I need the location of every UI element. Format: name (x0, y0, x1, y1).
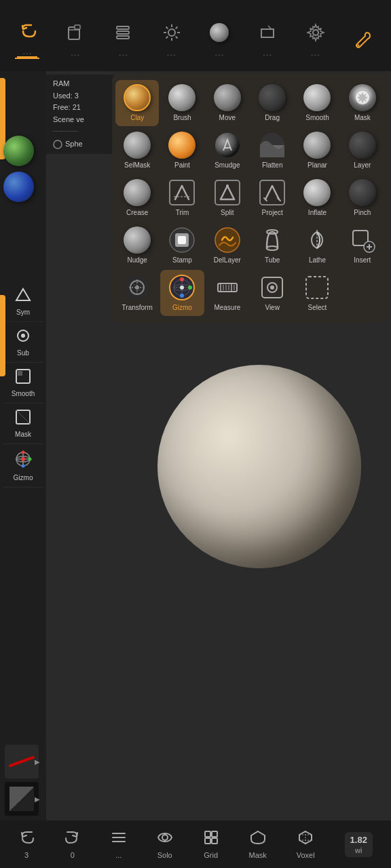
bottom-redo[interactable]: 0 (64, 829, 81, 859)
dellayer-label: DelLayer (214, 256, 241, 264)
tool-select[interactable]: Select (295, 270, 339, 316)
bottom-mask[interactable]: Mask (249, 829, 267, 859)
stroke-line (8, 755, 35, 767)
scene-label: Scene ve (53, 114, 114, 126)
toolbar-undo[interactable]: ... (15, 19, 39, 59)
select-label: Select (308, 304, 327, 312)
grid-label: Grid (204, 851, 218, 859)
tool-dellayer[interactable]: DelLayer (206, 222, 249, 269)
tool-layer[interactable]: Layer (341, 127, 384, 174)
toolbar-files[interactable]: ... (63, 20, 88, 58)
grid-icon (203, 829, 219, 849)
tool-tube[interactable]: Tube (250, 222, 294, 269)
tool-project[interactable]: Project (250, 175, 294, 221)
tool-smooth[interactable]: Smooth (295, 80, 339, 126)
tool-crease[interactable]: Crease (115, 175, 159, 221)
select-icon-wrap (303, 274, 331, 301)
sidebar-mask[interactable]: Mask (3, 403, 43, 444)
toolbar-material[interactable]: ... (207, 20, 231, 58)
svg-point-34 (215, 133, 240, 157)
tool-transform[interactable]: Transform (115, 270, 159, 316)
sidebar-sub[interactable]: Sub (3, 322, 43, 363)
smooth-label: Smooth (12, 390, 35, 397)
crease-label: Crease (126, 209, 148, 217)
dellayer-icon-wrap (214, 226, 241, 254)
files-icon (63, 20, 88, 45)
mask-sphere (349, 84, 376, 111)
toolbar-layers[interactable]: ... (111, 20, 136, 58)
color-swatch-area (3, 136, 34, 202)
tool-drag[interactable]: Drag (250, 80, 294, 126)
tool-nudge[interactable]: Nudge (115, 222, 159, 269)
svg-point-70 (188, 285, 192, 290)
svg-rect-47 (178, 236, 186, 244)
tool-move[interactable]: Move (206, 80, 249, 126)
tool-inflate[interactable]: Inflate (295, 175, 339, 221)
tool-palette: Clay Brush Move Drag Smooth Mask SelMask… (112, 73, 388, 323)
info-panel: RAM Used: 3 Free: 21 Scene ve ----------… (46, 75, 121, 154)
tool-measure[interactable]: Measure (206, 270, 249, 316)
material-icon (207, 20, 231, 45)
tool-insert[interactable]: Insert (341, 222, 384, 269)
bottom-voxel[interactable]: Voxel (297, 829, 315, 859)
used-label: Used: 3 (53, 90, 114, 102)
color-swatch-blue[interactable] (3, 172, 34, 202)
tool-planar[interactable]: Planar (295, 127, 339, 174)
svg-rect-90 (205, 838, 210, 844)
bottom-solo[interactable]: Solo (157, 829, 173, 859)
tool-selmask[interactable]: SelMask (115, 127, 159, 174)
move-label: Move (219, 114, 236, 122)
sidebar-smooth[interactable]: Smooth (3, 363, 43, 403)
tool-smudge[interactable]: Smudge (206, 127, 249, 174)
tool-flatten[interactable]: Flatten (250, 127, 294, 174)
tool-stamp[interactable]: Stamp (160, 222, 204, 269)
color-swatch-green[interactable] (3, 136, 34, 166)
bottom-grid[interactable]: Grid (203, 829, 219, 859)
transform-label: Transform (122, 304, 153, 312)
toolbar-lighting[interactable]: ... (160, 20, 184, 58)
alpha-preview-wrap[interactable]: ▶ (5, 782, 42, 816)
svg-marker-19 (16, 289, 30, 300)
svg-rect-1 (75, 25, 80, 29)
solo-label: Solo (157, 851, 172, 859)
svg-rect-4 (117, 36, 129, 39)
sidebar-sym[interactable]: Sym (3, 281, 43, 322)
palette-empty-slot (341, 270, 384, 316)
inflate-label: Inflate (308, 209, 327, 217)
toolbar-wrench[interactable] (352, 27, 376, 52)
toolbar-settings[interactable]: ... (303, 20, 328, 58)
trim-label: Trim (176, 209, 189, 217)
tool-brush[interactable]: Brush (160, 80, 204, 126)
tool-trim[interactable]: Trim (160, 175, 204, 221)
tool-lathe[interactable]: Lathe (295, 222, 339, 269)
tool-gizmo[interactable]: Gizmo (160, 270, 204, 316)
bottom-wi-value[interactable]: 1.82 wi (345, 832, 373, 857)
svg-point-72 (180, 285, 184, 290)
tool-view[interactable]: View (250, 270, 294, 316)
stroke-preview-wrap[interactable]: ▶ (5, 745, 42, 778)
svg-rect-36 (170, 180, 194, 205)
tool-mask[interactable]: Mask (341, 80, 384, 126)
layer-sphere (349, 132, 376, 159)
pinch-sphere (349, 179, 376, 206)
tool-clay[interactable]: Clay (115, 80, 159, 126)
move-sphere (214, 84, 241, 111)
bottom-nodes[interactable]: ... (111, 829, 127, 859)
stroke-preview (5, 745, 39, 778)
svg-point-5 (168, 29, 175, 36)
tool-split[interactable]: Split (206, 175, 249, 221)
svg-point-50 (267, 246, 278, 250)
bottom-undo[interactable]: 3 (18, 829, 35, 859)
insert-label: Insert (354, 256, 371, 264)
gizmo-sidebar-icon (14, 450, 33, 472)
tool-paint[interactable]: Paint (160, 127, 204, 174)
inflate-sphere (303, 179, 331, 206)
toolbar-camera[interactable]: ... (255, 20, 280, 58)
svg-point-29 (21, 457, 25, 461)
svg-point-21 (21, 334, 25, 338)
alpha-preview (5, 782, 39, 816)
tool-pinch[interactable]: Pinch (341, 175, 384, 221)
sidebar-gizmo[interactable]: Gizmo (3, 444, 43, 488)
svg-rect-2 (117, 26, 129, 29)
voxel-icon (297, 829, 314, 849)
